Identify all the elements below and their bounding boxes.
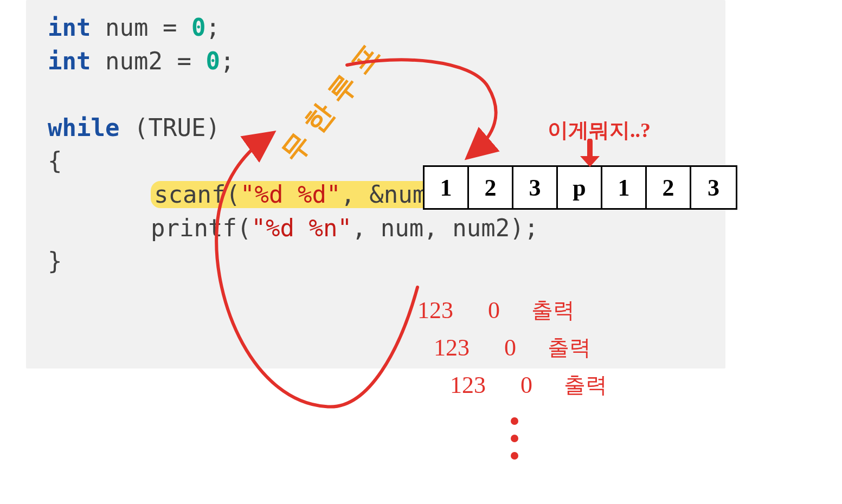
- arrow-down-icon: [575, 139, 607, 170]
- buffer-cell: 2: [469, 167, 513, 208]
- code-text: num2 =: [91, 47, 205, 75]
- dot-icon: [511, 452, 518, 460]
- buffer-cell: 3: [691, 167, 736, 208]
- code-text: ;: [220, 47, 235, 75]
- blank-line: [48, 77, 704, 111]
- output-row: 123 0 출력: [417, 295, 607, 325]
- output-value-2: 0: [520, 371, 542, 399]
- code-line-printf: printf("%d %n", num, num2);: [48, 211, 704, 245]
- number-literal: 0: [191, 14, 206, 41]
- dot-icon: [511, 417, 518, 425]
- keyword-int: int: [48, 47, 91, 75]
- buffer-cell: 1: [602, 167, 647, 208]
- number-literal: 0: [205, 47, 220, 75]
- input-buffer: 1 2 3 p 1 2 3: [423, 165, 737, 210]
- buffer-cell: 1: [425, 167, 469, 208]
- code-text: ;: [205, 14, 220, 41]
- output-label: 출력: [548, 333, 591, 363]
- output-row: 123 0 출력: [450, 370, 607, 400]
- output-value-2: 0: [504, 334, 526, 361]
- annotation-output: 123 0 출력 123 0 출력 123 0 출력: [417, 295, 607, 408]
- buffer-cell: p: [558, 167, 602, 208]
- output-value-2: 0: [488, 296, 510, 324]
- output-row: 123 0 출력: [434, 333, 607, 363]
- fn-scanf: scanf(: [154, 180, 240, 208]
- code-text: num =: [91, 14, 191, 41]
- fn-printf: printf(: [151, 214, 251, 242]
- string-literal: "%d %n": [251, 214, 351, 242]
- keyword-int: int: [48, 14, 91, 41]
- output-label: 출력: [564, 370, 607, 400]
- output-label: 출력: [531, 295, 575, 325]
- code-text: (TRUE): [119, 114, 220, 141]
- code-line-1: int num = 0;: [48, 11, 704, 44]
- dot-icon: [511, 435, 518, 442]
- output-value-1: 123: [417, 296, 466, 324]
- code-text: , num, num2);: [352, 214, 538, 242]
- buffer-cell: 2: [647, 167, 691, 208]
- brace-close: }: [48, 244, 704, 278]
- output-value-1: 123: [434, 334, 483, 361]
- string-literal: "%d %d": [240, 180, 340, 208]
- keyword-while: while: [48, 114, 119, 141]
- buffer-cell: 3: [513, 167, 558, 208]
- ellipsis-dots-icon: [511, 417, 518, 460]
- output-value-1: 123: [450, 371, 499, 399]
